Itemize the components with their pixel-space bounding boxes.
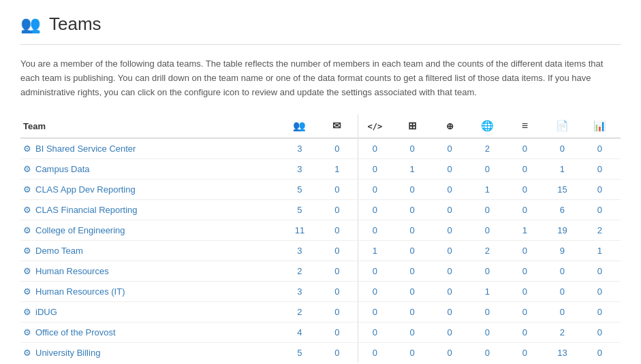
gear-icon[interactable]: ⚙ — [23, 225, 31, 235]
members-link[interactable]: 5 — [297, 184, 302, 195]
members-link[interactable]: 2 — [297, 266, 302, 276]
doc-link[interactable]: 15 — [557, 184, 567, 195]
code-link[interactable]: 0 — [373, 348, 377, 358]
code-link[interactable]: 0 — [373, 286, 377, 297]
email-link[interactable]: 0 — [334, 144, 339, 154]
grid-link[interactable]: 0 — [410, 184, 415, 195]
code-link[interactable]: 0 — [373, 184, 377, 195]
team-name-link[interactable]: Campus Data — [35, 164, 89, 174]
globe-link[interactable]: 1 — [485, 286, 490, 297]
chart-link[interactable]: 0 — [597, 348, 602, 358]
cylinder-link[interactable]: 0 — [448, 286, 452, 297]
chart-link[interactable]: 0 — [597, 205, 602, 215]
cylinder-link[interactable]: 0 — [448, 327, 452, 337]
code-link[interactable]: 0 — [373, 144, 377, 154]
gear-icon[interactable]: ⚙ — [23, 184, 31, 195]
chart-link[interactable]: 0 — [597, 266, 602, 276]
globe-link[interactable]: 0 — [485, 164, 490, 174]
doc-link[interactable]: 0 — [560, 144, 565, 154]
grid-link[interactable]: 0 — [410, 205, 415, 215]
code-link[interactable]: 0 — [373, 164, 377, 174]
grid-link[interactable]: 0 — [410, 348, 415, 358]
gear-icon[interactable]: ⚙ — [23, 205, 31, 215]
gear-icon[interactable]: ⚙ — [23, 266, 31, 276]
gear-icon[interactable]: ⚙ — [23, 348, 31, 358]
members-link[interactable]: 4 — [297, 327, 302, 337]
email-link[interactable]: 0 — [334, 184, 339, 195]
cylinder-link[interactable]: 0 — [448, 184, 452, 195]
cylinder-link[interactable]: 0 — [448, 225, 452, 235]
team-name-link[interactable]: Demo Team — [35, 246, 83, 256]
team-name-link[interactable]: Human Resources — [35, 266, 109, 276]
members-link[interactable]: 3 — [297, 144, 302, 154]
stack-link[interactable]: 0 — [522, 307, 527, 317]
doc-link[interactable]: 2 — [560, 327, 565, 337]
email-link[interactable]: 0 — [334, 205, 339, 215]
gear-icon[interactable]: ⚙ — [23, 307, 31, 317]
code-link[interactable]: 1 — [373, 246, 377, 256]
cylinder-link[interactable]: 0 — [448, 246, 452, 256]
gear-icon[interactable]: ⚙ — [23, 164, 31, 174]
team-name-link[interactable]: University Billing — [35, 348, 100, 358]
chart-link[interactable]: 0 — [597, 286, 602, 297]
doc-link[interactable]: 9 — [560, 246, 565, 256]
stack-link[interactable]: 0 — [522, 205, 527, 215]
cylinder-link[interactable]: 0 — [448, 348, 452, 358]
stack-link[interactable]: 0 — [522, 144, 527, 154]
stack-link[interactable]: 0 — [522, 266, 527, 276]
globe-link[interactable]: 1 — [485, 184, 490, 195]
grid-link[interactable]: 0 — [410, 266, 415, 276]
gear-icon[interactable]: ⚙ — [23, 286, 31, 297]
email-link[interactable]: 0 — [334, 286, 339, 297]
code-link[interactable]: 0 — [373, 225, 377, 235]
email-link[interactable]: 0 — [334, 348, 339, 358]
code-link[interactable]: 0 — [373, 327, 377, 337]
doc-link[interactable]: 0 — [560, 307, 565, 317]
stack-link[interactable]: 0 — [522, 246, 527, 256]
stack-link[interactable]: 0 — [522, 184, 527, 195]
grid-link[interactable]: 0 — [410, 225, 415, 235]
grid-link[interactable]: 0 — [410, 307, 415, 317]
grid-link[interactable]: 0 — [410, 327, 415, 337]
email-link[interactable]: 0 — [334, 307, 339, 317]
stack-link[interactable]: 0 — [522, 286, 527, 297]
team-name-link[interactable]: BI Shared Service Center — [35, 144, 136, 154]
cylinder-link[interactable]: 0 — [448, 307, 452, 317]
grid-link[interactable]: 0 — [410, 246, 415, 256]
stack-link[interactable]: 0 — [522, 348, 527, 358]
gear-icon[interactable]: ⚙ — [23, 246, 31, 256]
team-name-link[interactable]: Office of the Provost — [35, 327, 116, 337]
email-link[interactable]: 0 — [334, 246, 339, 256]
chart-link[interactable]: 0 — [597, 184, 602, 195]
chart-link[interactable]: 0 — [597, 164, 602, 174]
chart-link[interactable]: 0 — [597, 307, 602, 317]
members-link[interactable]: 3 — [297, 246, 302, 256]
stack-link[interactable]: 1 — [522, 225, 527, 235]
cylinder-link[interactable]: 0 — [448, 144, 452, 154]
chart-link[interactable]: 2 — [597, 225, 602, 235]
doc-link[interactable]: 0 — [560, 266, 565, 276]
globe-link[interactable]: 2 — [485, 144, 490, 154]
cylinder-link[interactable]: 0 — [448, 164, 452, 174]
team-name-link[interactable]: iDUG — [35, 307, 57, 317]
stack-link[interactable]: 0 — [522, 327, 527, 337]
globe-link[interactable]: 0 — [485, 225, 490, 235]
grid-link[interactable]: 1 — [410, 164, 415, 174]
code-link[interactable]: 0 — [373, 266, 377, 276]
doc-link[interactable]: 13 — [557, 348, 567, 358]
globe-link[interactable]: 0 — [485, 205, 490, 215]
members-link[interactable]: 5 — [297, 205, 302, 215]
members-link[interactable]: 2 — [297, 307, 302, 317]
doc-link[interactable]: 1 — [560, 164, 565, 174]
cylinder-link[interactable]: 0 — [448, 205, 452, 215]
team-name-link[interactable]: CLAS Financial Reporting — [35, 205, 138, 215]
doc-link[interactable]: 0 — [560, 286, 565, 297]
team-name-link[interactable]: College of Engineering — [35, 225, 125, 235]
email-link[interactable]: 0 — [334, 266, 339, 276]
globe-link[interactable]: 0 — [485, 327, 490, 337]
grid-link[interactable]: 0 — [410, 144, 415, 154]
team-name-link[interactable]: CLAS App Dev Reporting — [35, 184, 136, 195]
members-link[interactable]: 11 — [295, 225, 304, 235]
email-link[interactable]: 1 — [334, 164, 339, 174]
grid-link[interactable]: 0 — [410, 286, 415, 297]
